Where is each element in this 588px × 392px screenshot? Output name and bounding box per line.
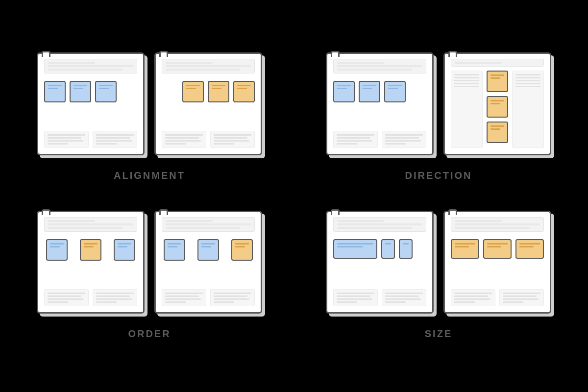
header-placeholder bbox=[44, 217, 137, 232]
browser-frame bbox=[443, 52, 551, 155]
browser-frame bbox=[37, 211, 145, 314]
flex-item bbox=[208, 81, 229, 102]
concept-label: SIZE bbox=[425, 328, 452, 340]
browser-size-equal bbox=[443, 211, 551, 314]
item-row bbox=[333, 81, 426, 102]
item-row bbox=[333, 239, 426, 259]
concept-size: SIZE bbox=[314, 211, 564, 340]
browser-frame bbox=[326, 211, 434, 314]
concept-alignment: ALIGNMENT bbox=[24, 52, 274, 181]
flex-item bbox=[80, 239, 101, 261]
concept-label: ORDER bbox=[128, 328, 171, 340]
flex-item bbox=[114, 239, 135, 261]
browser-alignment-left bbox=[37, 52, 145, 155]
footer-placeholder bbox=[333, 289, 426, 306]
flex-item bbox=[95, 81, 117, 102]
header-placeholder bbox=[162, 59, 255, 74]
browser-size-varied bbox=[326, 211, 434, 314]
header-placeholder bbox=[333, 217, 426, 232]
flex-item bbox=[233, 81, 255, 102]
browser-pair bbox=[326, 52, 551, 155]
concept-order: ORDER bbox=[24, 211, 274, 340]
item-column-layout bbox=[451, 71, 544, 148]
browser-pair bbox=[326, 211, 551, 314]
flex-item bbox=[483, 239, 512, 259]
browser-frame bbox=[154, 52, 262, 155]
item-row bbox=[451, 239, 544, 259]
item-row bbox=[162, 81, 255, 102]
browser-tab-icon bbox=[331, 209, 340, 215]
browser-tab-icon bbox=[42, 51, 50, 57]
browser-order-a bbox=[37, 211, 145, 314]
footer-placeholder bbox=[333, 131, 426, 148]
flex-item bbox=[515, 239, 544, 259]
flex-item bbox=[70, 81, 91, 102]
footer-placeholder bbox=[44, 289, 137, 306]
flex-item bbox=[231, 239, 253, 261]
browser-frame bbox=[326, 52, 434, 155]
flex-item bbox=[197, 239, 219, 261]
browser-pair bbox=[37, 211, 262, 314]
flex-item bbox=[487, 122, 508, 143]
browser-tab-icon bbox=[448, 209, 457, 215]
footer-placeholder bbox=[162, 131, 255, 148]
browser-frame bbox=[37, 52, 145, 155]
browser-order-b bbox=[154, 211, 262, 314]
flex-item bbox=[46, 239, 68, 261]
browser-tab-icon bbox=[159, 209, 168, 215]
browser-alignment-right bbox=[154, 52, 262, 155]
browser-direction-row bbox=[326, 52, 434, 155]
concept-label: ALIGNMENT bbox=[114, 170, 185, 181]
browser-tab-icon bbox=[42, 209, 50, 215]
header-placeholder bbox=[333, 59, 426, 74]
header-placeholder bbox=[451, 217, 544, 232]
concept-label: DIRECTION bbox=[405, 170, 472, 181]
footer-placeholder bbox=[162, 289, 255, 306]
flex-item-narrow bbox=[381, 239, 395, 259]
flex-item-wide bbox=[333, 239, 377, 259]
header-placeholder bbox=[451, 59, 544, 67]
footer-placeholder bbox=[44, 131, 137, 148]
flex-item bbox=[384, 81, 406, 102]
flex-item bbox=[333, 81, 355, 102]
browser-tab-icon bbox=[159, 51, 168, 57]
flex-item bbox=[359, 81, 380, 102]
header-placeholder bbox=[162, 217, 255, 232]
item-row bbox=[44, 239, 137, 261]
concept-grid: ALIGNMENT bbox=[24, 52, 564, 340]
item-column bbox=[487, 71, 508, 148]
browser-pair bbox=[37, 52, 262, 155]
flex-item bbox=[487, 71, 508, 92]
concept-direction: DIRECTION bbox=[314, 52, 564, 181]
flex-item bbox=[44, 81, 66, 102]
item-row bbox=[162, 239, 255, 261]
item-row bbox=[44, 81, 137, 102]
footer-placeholder bbox=[451, 289, 544, 306]
flex-item bbox=[487, 96, 508, 118]
flex-item bbox=[451, 239, 479, 259]
browser-frame bbox=[154, 211, 262, 314]
browser-frame bbox=[443, 211, 551, 314]
header-placeholder bbox=[44, 59, 137, 74]
side-placeholder bbox=[512, 71, 544, 148]
browser-tab-icon bbox=[331, 51, 340, 57]
flex-item bbox=[164, 239, 185, 261]
flex-item-narrow bbox=[399, 239, 413, 259]
browser-tab-icon bbox=[448, 51, 457, 57]
flex-item bbox=[182, 81, 204, 102]
browser-direction-column bbox=[443, 52, 551, 155]
side-placeholder bbox=[451, 71, 483, 148]
